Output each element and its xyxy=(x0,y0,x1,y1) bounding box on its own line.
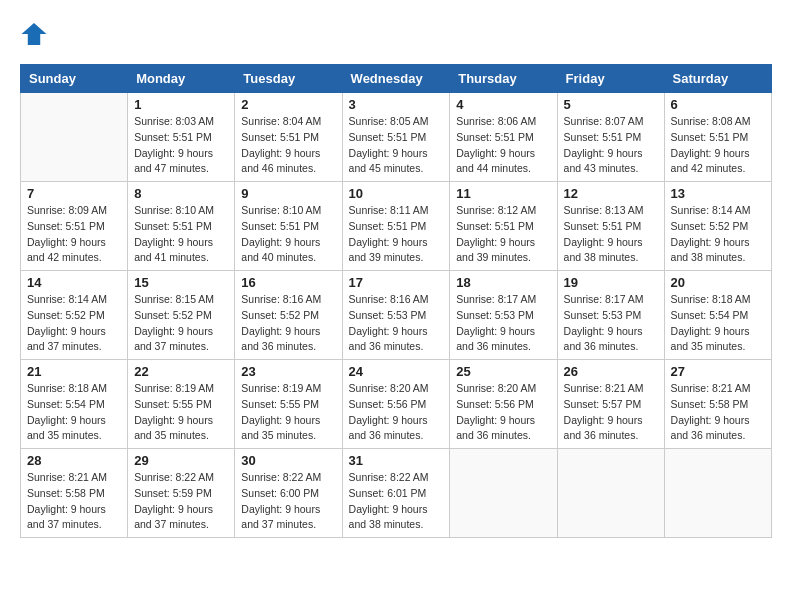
calendar-cell: 3Sunrise: 8:05 AMSunset: 5:51 PMDaylight… xyxy=(342,93,450,182)
week-row-1: 1Sunrise: 8:03 AMSunset: 5:51 PMDaylight… xyxy=(21,93,772,182)
day-number: 26 xyxy=(564,364,658,379)
day-info: Sunrise: 8:11 AMSunset: 5:51 PMDaylight:… xyxy=(349,203,444,266)
logo-icon xyxy=(20,20,48,48)
weekday-header-thursday: Thursday xyxy=(450,65,557,93)
day-info: Sunrise: 8:22 AMSunset: 6:01 PMDaylight:… xyxy=(349,470,444,533)
weekday-header-friday: Friday xyxy=(557,65,664,93)
week-row-3: 14Sunrise: 8:14 AMSunset: 5:52 PMDayligh… xyxy=(21,271,772,360)
calendar-cell: 2Sunrise: 8:04 AMSunset: 5:51 PMDaylight… xyxy=(235,93,342,182)
calendar-cell: 11Sunrise: 8:12 AMSunset: 5:51 PMDayligh… xyxy=(450,182,557,271)
weekday-header-saturday: Saturday xyxy=(664,65,771,93)
calendar-cell: 30Sunrise: 8:22 AMSunset: 6:00 PMDayligh… xyxy=(235,449,342,538)
day-number: 1 xyxy=(134,97,228,112)
calendar-body: 1Sunrise: 8:03 AMSunset: 5:51 PMDaylight… xyxy=(21,93,772,538)
day-number: 8 xyxy=(134,186,228,201)
day-info: Sunrise: 8:21 AMSunset: 5:58 PMDaylight:… xyxy=(671,381,765,444)
calendar-cell: 22Sunrise: 8:19 AMSunset: 5:55 PMDayligh… xyxy=(128,360,235,449)
week-row-5: 28Sunrise: 8:21 AMSunset: 5:58 PMDayligh… xyxy=(21,449,772,538)
calendar-cell: 8Sunrise: 8:10 AMSunset: 5:51 PMDaylight… xyxy=(128,182,235,271)
day-number: 22 xyxy=(134,364,228,379)
day-number: 4 xyxy=(456,97,550,112)
day-number: 12 xyxy=(564,186,658,201)
day-info: Sunrise: 8:18 AMSunset: 5:54 PMDaylight:… xyxy=(671,292,765,355)
calendar-cell: 29Sunrise: 8:22 AMSunset: 5:59 PMDayligh… xyxy=(128,449,235,538)
day-number: 9 xyxy=(241,186,335,201)
header xyxy=(20,20,772,48)
day-info: Sunrise: 8:15 AMSunset: 5:52 PMDaylight:… xyxy=(134,292,228,355)
day-number: 17 xyxy=(349,275,444,290)
day-number: 7 xyxy=(27,186,121,201)
day-number: 20 xyxy=(671,275,765,290)
day-number: 27 xyxy=(671,364,765,379)
calendar-cell: 12Sunrise: 8:13 AMSunset: 5:51 PMDayligh… xyxy=(557,182,664,271)
weekday-header-row: SundayMondayTuesdayWednesdayThursdayFrid… xyxy=(21,65,772,93)
calendar-cell: 6Sunrise: 8:08 AMSunset: 5:51 PMDaylight… xyxy=(664,93,771,182)
day-info: Sunrise: 8:09 AMSunset: 5:51 PMDaylight:… xyxy=(27,203,121,266)
day-info: Sunrise: 8:17 AMSunset: 5:53 PMDaylight:… xyxy=(564,292,658,355)
calendar-cell: 10Sunrise: 8:11 AMSunset: 5:51 PMDayligh… xyxy=(342,182,450,271)
day-info: Sunrise: 8:10 AMSunset: 5:51 PMDaylight:… xyxy=(134,203,228,266)
calendar-cell xyxy=(557,449,664,538)
day-info: Sunrise: 8:03 AMSunset: 5:51 PMDaylight:… xyxy=(134,114,228,177)
day-number: 24 xyxy=(349,364,444,379)
day-info: Sunrise: 8:13 AMSunset: 5:51 PMDaylight:… xyxy=(564,203,658,266)
day-number: 28 xyxy=(27,453,121,468)
calendar-cell: 9Sunrise: 8:10 AMSunset: 5:51 PMDaylight… xyxy=(235,182,342,271)
day-info: Sunrise: 8:20 AMSunset: 5:56 PMDaylight:… xyxy=(456,381,550,444)
day-info: Sunrise: 8:19 AMSunset: 5:55 PMDaylight:… xyxy=(241,381,335,444)
day-info: Sunrise: 8:21 AMSunset: 5:58 PMDaylight:… xyxy=(27,470,121,533)
calendar-cell: 16Sunrise: 8:16 AMSunset: 5:52 PMDayligh… xyxy=(235,271,342,360)
calendar-cell: 20Sunrise: 8:18 AMSunset: 5:54 PMDayligh… xyxy=(664,271,771,360)
calendar-cell: 25Sunrise: 8:20 AMSunset: 5:56 PMDayligh… xyxy=(450,360,557,449)
day-info: Sunrise: 8:04 AMSunset: 5:51 PMDaylight:… xyxy=(241,114,335,177)
day-number: 16 xyxy=(241,275,335,290)
weekday-header-monday: Monday xyxy=(128,65,235,93)
day-number: 18 xyxy=(456,275,550,290)
weekday-header-wednesday: Wednesday xyxy=(342,65,450,93)
day-number: 31 xyxy=(349,453,444,468)
calendar-cell: 23Sunrise: 8:19 AMSunset: 5:55 PMDayligh… xyxy=(235,360,342,449)
calendar-cell: 27Sunrise: 8:21 AMSunset: 5:58 PMDayligh… xyxy=(664,360,771,449)
day-number: 29 xyxy=(134,453,228,468)
calendar-cell: 15Sunrise: 8:15 AMSunset: 5:52 PMDayligh… xyxy=(128,271,235,360)
day-info: Sunrise: 8:16 AMSunset: 5:52 PMDaylight:… xyxy=(241,292,335,355)
day-number: 3 xyxy=(349,97,444,112)
day-number: 6 xyxy=(671,97,765,112)
day-info: Sunrise: 8:20 AMSunset: 5:56 PMDaylight:… xyxy=(349,381,444,444)
calendar-cell xyxy=(450,449,557,538)
day-number: 21 xyxy=(27,364,121,379)
calendar-cell: 5Sunrise: 8:07 AMSunset: 5:51 PMDaylight… xyxy=(557,93,664,182)
day-number: 19 xyxy=(564,275,658,290)
calendar-cell: 17Sunrise: 8:16 AMSunset: 5:53 PMDayligh… xyxy=(342,271,450,360)
svg-marker-0 xyxy=(22,23,47,45)
day-info: Sunrise: 8:19 AMSunset: 5:55 PMDaylight:… xyxy=(134,381,228,444)
week-row-2: 7Sunrise: 8:09 AMSunset: 5:51 PMDaylight… xyxy=(21,182,772,271)
day-info: Sunrise: 8:14 AMSunset: 5:52 PMDaylight:… xyxy=(27,292,121,355)
weekday-header-sunday: Sunday xyxy=(21,65,128,93)
calendar-cell xyxy=(664,449,771,538)
weekday-header-tuesday: Tuesday xyxy=(235,65,342,93)
day-number: 11 xyxy=(456,186,550,201)
calendar-cell: 31Sunrise: 8:22 AMSunset: 6:01 PMDayligh… xyxy=(342,449,450,538)
calendar-cell xyxy=(21,93,128,182)
calendar-cell: 28Sunrise: 8:21 AMSunset: 5:58 PMDayligh… xyxy=(21,449,128,538)
calendar-cell: 21Sunrise: 8:18 AMSunset: 5:54 PMDayligh… xyxy=(21,360,128,449)
day-info: Sunrise: 8:22 AMSunset: 6:00 PMDaylight:… xyxy=(241,470,335,533)
day-info: Sunrise: 8:05 AMSunset: 5:51 PMDaylight:… xyxy=(349,114,444,177)
day-info: Sunrise: 8:21 AMSunset: 5:57 PMDaylight:… xyxy=(564,381,658,444)
calendar-cell: 14Sunrise: 8:14 AMSunset: 5:52 PMDayligh… xyxy=(21,271,128,360)
day-number: 5 xyxy=(564,97,658,112)
day-number: 23 xyxy=(241,364,335,379)
day-info: Sunrise: 8:14 AMSunset: 5:52 PMDaylight:… xyxy=(671,203,765,266)
calendar-cell: 19Sunrise: 8:17 AMSunset: 5:53 PMDayligh… xyxy=(557,271,664,360)
day-info: Sunrise: 8:12 AMSunset: 5:51 PMDaylight:… xyxy=(456,203,550,266)
day-number: 25 xyxy=(456,364,550,379)
day-number: 10 xyxy=(349,186,444,201)
calendar-cell: 26Sunrise: 8:21 AMSunset: 5:57 PMDayligh… xyxy=(557,360,664,449)
day-number: 2 xyxy=(241,97,335,112)
calendar-cell: 4Sunrise: 8:06 AMSunset: 5:51 PMDaylight… xyxy=(450,93,557,182)
day-info: Sunrise: 8:16 AMSunset: 5:53 PMDaylight:… xyxy=(349,292,444,355)
day-info: Sunrise: 8:07 AMSunset: 5:51 PMDaylight:… xyxy=(564,114,658,177)
day-info: Sunrise: 8:22 AMSunset: 5:59 PMDaylight:… xyxy=(134,470,228,533)
calendar-cell: 13Sunrise: 8:14 AMSunset: 5:52 PMDayligh… xyxy=(664,182,771,271)
